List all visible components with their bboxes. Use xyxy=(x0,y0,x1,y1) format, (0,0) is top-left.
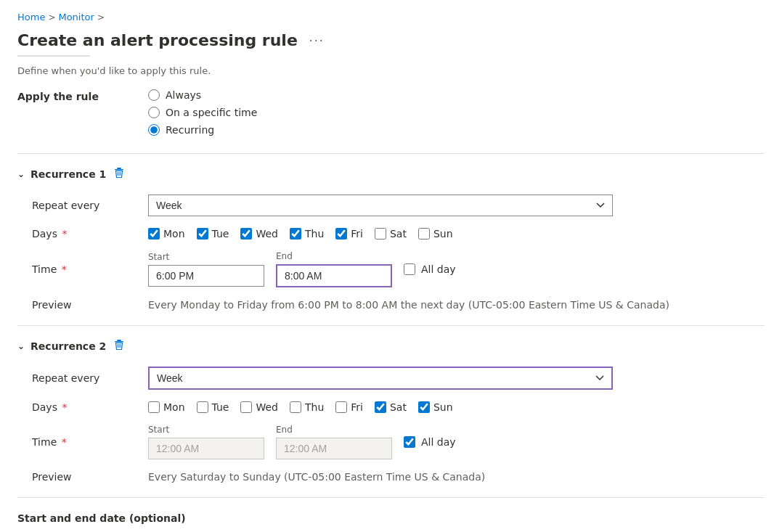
recurrence2-section: ⌄ Recurrence 2 Repeat every Week Day Mon… xyxy=(17,325,765,483)
recurrence2-day-thu-label: Thu xyxy=(305,401,324,413)
recurrence2-delete-button[interactable] xyxy=(112,337,126,355)
recurrence1-day-mon[interactable]: Mon xyxy=(148,228,185,240)
breadcrumb-home[interactable]: Home xyxy=(17,12,45,22)
recurrence2-days-group: Mon Tue Wed Thu Fri Sat xyxy=(148,401,453,413)
recurrence2-preview-row: Preview Every Saturday to Sunday (UTC-05… xyxy=(17,471,765,483)
recurrence1-day-thu[interactable]: Thu xyxy=(290,228,324,240)
recurrence2-day-sun[interactable]: Sun xyxy=(418,401,453,413)
recurrence1-allday[interactable]: All day xyxy=(404,263,456,275)
recurrence1-end-input[interactable] xyxy=(276,264,392,287)
recurrence2-start-group: Start xyxy=(148,425,264,459)
breadcrumb-sep2: > xyxy=(97,12,105,22)
recurrence1-repeat-row: Repeat every Week Day Month xyxy=(17,195,765,216)
recurrence1-day-wed-input[interactable] xyxy=(240,228,252,240)
recurrence1-end-label: End xyxy=(276,251,392,261)
recurrence2-day-mon[interactable]: Mon xyxy=(148,401,185,413)
recurrence2-allday[interactable]: All day xyxy=(404,436,456,448)
recurrence2-day-thu-input[interactable] xyxy=(290,401,301,413)
recurrence1-allday-input[interactable] xyxy=(404,263,415,275)
recurrence1-day-fri[interactable]: Fri xyxy=(335,228,363,240)
recurrence2-repeat-row: Repeat every Week Day Month xyxy=(17,367,765,390)
recurrence2-day-mon-input[interactable] xyxy=(148,401,160,413)
recurrence1-day-tue[interactable]: Tue xyxy=(197,228,229,240)
recurrence2-day-wed-input[interactable] xyxy=(240,401,252,413)
recurrence1-day-sat[interactable]: Sat xyxy=(375,228,407,240)
radio-recurring[interactable]: Recurring xyxy=(148,124,257,136)
svg-rect-0 xyxy=(117,168,121,169)
recurrence2-end-group: End xyxy=(276,425,392,459)
svg-rect-5 xyxy=(117,340,121,341)
recurrence1-day-tue-label: Tue xyxy=(212,228,229,240)
radio-specific-label: On a specific time xyxy=(166,107,257,118)
required-star-time2: * xyxy=(58,436,66,448)
recurrence1-days-row: Days * Mon Tue Wed Thu Fri xyxy=(17,228,765,240)
ellipsis-button[interactable]: ··· xyxy=(305,31,329,49)
apply-rule-section: Apply the rule Always On a specific time… xyxy=(17,89,765,136)
radio-always[interactable]: Always xyxy=(148,89,257,101)
recurrence1-start-input[interactable] xyxy=(148,265,264,287)
recurrence2-time-row: Time * Start End All day xyxy=(17,425,765,459)
recurrence1-preview-label: Preview xyxy=(17,299,148,311)
page-description: Define when you'd like to apply this rul… xyxy=(17,65,765,76)
recurrence1-time-row: Time * Start End All day xyxy=(17,251,765,287)
recurrence1-day-mon-input[interactable] xyxy=(148,228,160,240)
recurrence2-start-label: Start xyxy=(148,425,264,435)
breadcrumb: Home > Monitor > xyxy=(17,12,765,22)
recurrence2-day-fri-label: Fri xyxy=(351,401,363,413)
svg-rect-6 xyxy=(115,341,123,343)
recurrence1-delete-button[interactable] xyxy=(112,165,126,183)
required-star: * xyxy=(59,228,67,240)
recurrence1-repeat-dropdown[interactable]: Week Day Month xyxy=(148,195,613,216)
recurrence1-day-tue-input[interactable] xyxy=(197,228,208,240)
recurrence2-day-sat[interactable]: Sat xyxy=(375,401,407,413)
recurrence1-day-sat-input[interactable] xyxy=(375,228,386,240)
recurrence2-allday-input[interactable] xyxy=(404,436,415,448)
radio-always-input[interactable] xyxy=(148,89,160,101)
recurrence2-preview-text: Every Saturday to Sunday (UTC-05:00 East… xyxy=(148,471,485,483)
recurrence2-day-sat-input[interactable] xyxy=(375,401,386,413)
recurrence2-day-tue-label: Tue xyxy=(212,401,229,413)
recurrence2-day-fri-input[interactable] xyxy=(335,401,347,413)
recurrence2-repeat-dropdown[interactable]: Week Day Month xyxy=(148,367,613,390)
breadcrumb-monitor[interactable]: Monitor xyxy=(58,12,94,22)
radio-recurring-input[interactable] xyxy=(148,124,160,136)
recurrence1-allday-label: All day xyxy=(421,263,456,275)
recurrence2-day-tue-input[interactable] xyxy=(197,401,208,413)
recurrence2-day-sun-label: Sun xyxy=(433,401,453,413)
recurrence1-day-sun[interactable]: Sun xyxy=(418,228,453,240)
recurrence2-start-input[interactable] xyxy=(148,438,264,459)
recurrence1-time-label: Time * xyxy=(17,263,148,275)
recurrence2-day-fri[interactable]: Fri xyxy=(335,401,363,413)
recurrence1-days-label: Days * xyxy=(17,228,148,240)
recurrence2-day-sun-input[interactable] xyxy=(418,401,430,413)
recurrence1-chevron-icon[interactable]: ⌄ xyxy=(17,169,25,179)
recurrence1-day-wed-label: Wed xyxy=(256,228,278,240)
recurrence2-day-mon-label: Mon xyxy=(163,401,185,413)
recurrence1-time-group: Start End All day xyxy=(148,251,456,287)
start-end-section: Start and end date (optional) xyxy=(17,512,765,524)
recurrence1-end-group: End xyxy=(276,251,392,287)
recurrence2-time-label: Time * xyxy=(17,436,148,448)
recurrence1-day-sun-input[interactable] xyxy=(418,228,430,240)
radio-specific[interactable]: On a specific time xyxy=(148,107,257,118)
recurrence1-day-wed[interactable]: Wed xyxy=(240,228,278,240)
recurrence1-day-mon-label: Mon xyxy=(163,228,185,240)
required-star-time1: * xyxy=(58,263,66,275)
title-underline xyxy=(17,55,90,57)
recurrence2-chevron-icon[interactable]: ⌄ xyxy=(17,341,25,351)
apply-rule-label: Apply the rule xyxy=(17,89,148,136)
recurrence1-start-label: Start xyxy=(148,252,264,262)
recurrence1-day-fri-input[interactable] xyxy=(335,228,347,240)
section-divider xyxy=(17,497,765,498)
recurrence1-preview-text: Every Monday to Friday from 6:00 PM to 8… xyxy=(148,299,669,311)
recurrence2-end-input[interactable] xyxy=(276,438,392,459)
recurrence1-header: ⌄ Recurrence 1 xyxy=(17,165,765,183)
radio-specific-input[interactable] xyxy=(148,107,160,118)
recurrence1-day-thu-input[interactable] xyxy=(290,228,301,240)
recurrence2-day-tue[interactable]: Tue xyxy=(197,401,229,413)
recurrence2-days-label: Days * xyxy=(17,401,148,413)
recurrence2-days-row: Days * Mon Tue Wed Thu Fri xyxy=(17,401,765,413)
recurrence2-preview-label: Preview xyxy=(17,471,148,483)
recurrence2-day-thu[interactable]: Thu xyxy=(290,401,324,413)
recurrence2-day-wed[interactable]: Wed xyxy=(240,401,278,413)
